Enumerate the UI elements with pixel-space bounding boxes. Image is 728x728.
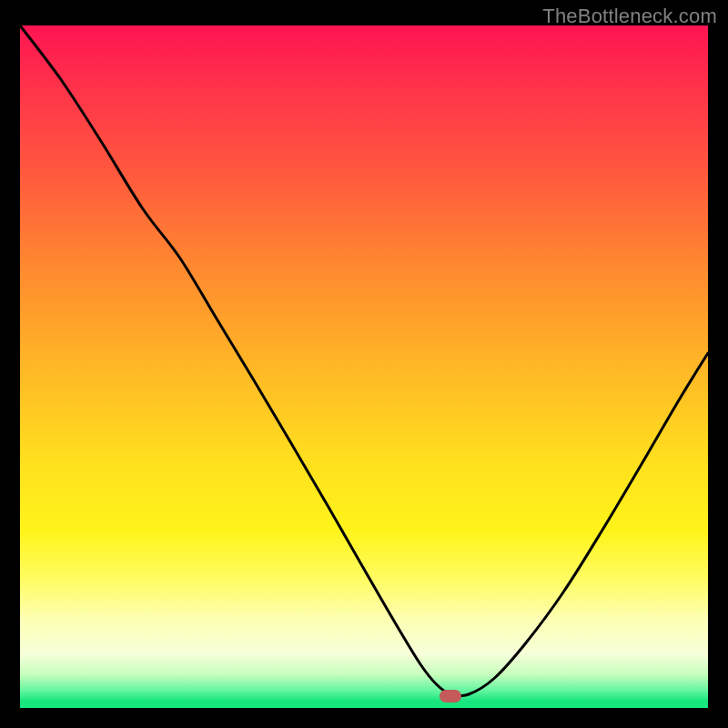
min-point-marker (440, 690, 461, 703)
chart-frame: TheBottleneck.com (0, 0, 728, 728)
bottleneck-curve (20, 25, 708, 708)
plot-area (20, 25, 708, 708)
watermark-label: TheBottleneck.com (542, 5, 717, 28)
